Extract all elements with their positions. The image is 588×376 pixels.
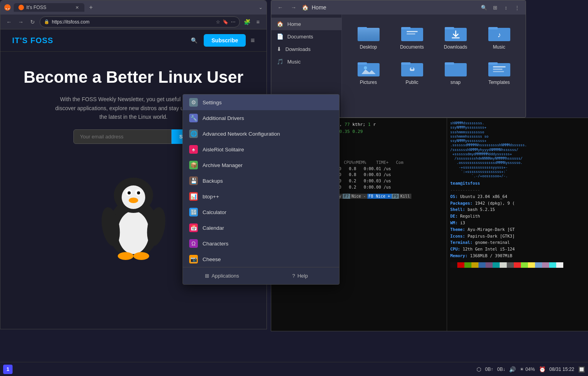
documents-sidebar-icon: 📄 [277,33,283,40]
fm-path: 🏠 Home [302,4,476,11]
fm-sidebar-home[interactable]: 🏠 Home [271,18,341,30]
calculator-icon: 🔢 [189,208,198,216]
menu-item-settings[interactable]: ⚙ Settings [183,94,339,110]
secure-icon: 🔒 [44,19,49,24]
home-sidebar-label: Home [287,21,301,27]
notification-icon[interactable]: 🔲 [578,366,585,372]
fm-sidebar-documents[interactable]: 📄 Documents [271,30,341,43]
svg-point-7 [137,191,140,194]
forward-button[interactable]: → [16,17,26,27]
svg-rect-24 [488,27,498,29]
btop-icon: 📊 [189,192,198,201]
folder-downloads[interactable]: Downloads [435,21,476,53]
settings-icon: ⚙ [189,98,198,107]
menu-item-btop[interactable]: 📊 btop++ [183,189,339,204]
svg-rect-27 [358,62,367,65]
fm-main-area: Desktop Documents Downloads [342,15,526,117]
menu-item-cheese[interactable]: 📷 Cheese [183,251,339,267]
network-icon: 🌐 [189,129,198,138]
svg-point-28 [364,66,367,69]
svg-rect-15 [358,27,367,29]
cheese-icon: 📷 [189,255,198,263]
fm-sort-button[interactable]: ↕ [501,3,511,12]
folder-templates-label: Templates [488,80,510,85]
applications-footer-button[interactable]: ⊞ Applications [183,271,261,281]
folder-templates[interactable]: Templates [479,56,519,88]
brightness-indicator: ☀ 04% [520,367,535,372]
menu-item-calculator[interactable]: 🔢 Calculator [183,204,339,220]
nav-extra-buttons: 🧩 ≡ [242,17,263,27]
folder-downloads-label: Downloads [444,44,467,50]
url-text: https://itsfoss.com [52,19,214,25]
tab-close-button[interactable]: ✕ [74,5,80,10]
header-actions: 🔍 Subscribe ≡ [190,34,255,47]
fm-back-button[interactable]: ← [275,2,285,13]
browser-navbar: ← → ↻ 🔒 https://itsfoss.com ☆ 🔖 ⋯ 🧩 ≡ [0,15,267,29]
clock-icon: ⏰ [539,366,546,372]
archive-manager-label: Archive Manager [203,162,243,168]
characters-label: Characters [203,241,228,247]
menu-item-archive-manager[interactable]: 📦 Archive Manager [183,157,339,173]
email-input[interactable] [73,129,172,144]
svg-point-11 [118,252,133,260]
new-tab-button[interactable]: + [89,4,93,11]
svg-point-8 [129,198,138,203]
workspace-indicator[interactable]: 1 [3,365,13,374]
bookmark-icon[interactable]: 🔖 [223,19,228,25]
back-button[interactable]: ← [4,17,14,27]
folder-pictures[interactable]: Pictures [348,56,389,88]
menu-item-advanced-network[interactable]: 🌐 Advanced Network Configuration [183,126,339,142]
svg-rect-26 [358,63,380,76]
music-sidebar-icon: 🎵 [277,58,283,65]
application-menu: ⚙ Settings 🔧 Additional Drivers 🌐 Advanc… [183,94,340,285]
fm-forward-button[interactable]: → [289,2,299,13]
svg-rect-38 [493,66,506,67]
drivers-icon: 🔧 [189,114,198,122]
folder-public[interactable]: Public [392,56,432,88]
tab-title: It's FOSS [26,5,46,10]
subscribe-button[interactable]: Subscribe [204,34,246,47]
svg-point-1 [118,211,149,254]
speaker-icon[interactable]: 🔊 [509,366,516,372]
browser-titlebar: 🦊 It's FOSS ✕ + ⌄ [0,0,267,15]
user-menu-button[interactable]: ≡ [253,17,263,27]
fm-search-button[interactable]: 🔍 [479,3,489,12]
svg-point-3 [122,185,145,209]
hamburger-button[interactable]: ≡ [250,36,255,45]
tab-menu-button[interactable]: ⌄ [259,5,263,10]
folder-music[interactable]: ♪ Music [479,21,519,53]
bookmark-star-icon[interactable]: ☆ [216,19,220,25]
fm-sidebar-downloads[interactable]: ⬇ Downloads [271,43,341,55]
url-extend-icon[interactable]: ⋯ [231,19,236,25]
search-button[interactable]: 🔍 [190,36,199,45]
menu-item-backups[interactable]: 💾 Backups [183,173,339,189]
folder-music-label: Music [493,44,505,50]
fm-menu-button[interactable]: ⋮ [512,3,522,12]
folder-snap[interactable]: snap [435,56,476,88]
folder-desktop[interactable]: Desktop [348,21,389,53]
folder-snap-label: snap [450,80,460,85]
svg-rect-18 [407,31,418,32]
screenshot-icon[interactable]: ⬡ [477,366,481,372]
help-footer-button[interactable]: ? Help [261,271,339,281]
system-tray: ⬡ 0B↑ 0B↓ 🔊 ☀ 04% ⏰ 08/31 15:22 🔲 [477,366,585,372]
fm-path-title: Home [312,4,326,11]
tab-favicon [18,5,24,10]
svg-rect-39 [493,69,502,70]
menu-item-calendar[interactable]: 📅 Calendar [183,220,339,236]
menu-item-characters[interactable]: Ω Characters [183,236,339,251]
browser-tab[interactable]: It's FOSS ✕ [14,3,84,12]
hero-title: Become a Better Linux User [12,67,255,87]
music-sidebar-label: Music [287,59,301,65]
svg-rect-35 [445,62,454,65]
fm-view-button[interactable]: ⊞ [490,3,500,12]
menu-item-additional-drivers[interactable]: 🔧 Additional Drivers [183,110,339,126]
refresh-button[interactable]: ↻ [28,17,37,27]
neo-info: team@itsfoss ------------ OS: Ubuntu 23.… [450,180,585,268]
extensions-button[interactable]: 🧩 [242,17,252,27]
menu-item-aisleriot[interactable]: ♠ AisleRiot Solitaire [183,142,339,157]
svg-rect-30 [401,62,411,65]
svg-point-12 [133,252,149,260]
folder-documents[interactable]: Documents [392,21,432,53]
fm-sidebar-music[interactable]: 🎵 Music [271,55,341,68]
